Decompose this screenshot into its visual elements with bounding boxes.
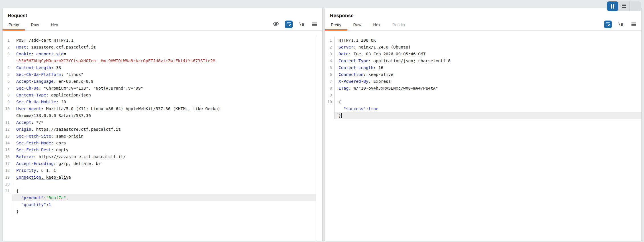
line-number	[3, 57, 12, 64]
line-content: {	[335, 98, 641, 105]
code-line: 9Sec-Ch-Ua-Mobile: ?0	[3, 98, 322, 105]
request-editor[interactable]: 1POST /add-cart HTTP/1.12Host: zazastore…	[3, 35, 322, 241]
code-line: 1HTTP/1.1 200 OK	[325, 37, 641, 44]
line-content: Connection: keep-alive	[335, 71, 641, 78]
response-editor[interactable]: 1HTTP/1.1 200 OK2Server: nginx/1.24.0 (U…	[325, 35, 641, 241]
code-line: 9	[325, 92, 641, 98]
editor-menu[interactable]	[630, 21, 637, 28]
code-line: 8ETag: W/"10-oV4hJxRVSENxc/wX8+mA4/Pe4tA…	[325, 85, 641, 92]
newline-glyph: \n	[299, 22, 304, 27]
code-line: 16Referer: https://zazastore.ctf.pascalc…	[3, 153, 322, 160]
line-number: 3	[325, 51, 335, 57]
code-line: 11Accept: */*	[3, 119, 322, 126]
rows-icon	[622, 5, 626, 8]
soft-wrap-toggle[interactable]	[604, 21, 612, 28]
code-line: 8Content-Type: application/json	[3, 92, 322, 98]
code-line: 1POST /add-cart HTTP/1.1	[3, 37, 322, 44]
code-line: 20	[3, 181, 322, 187]
code-line: 5Sec-Ch-Ua-Platform: "Linux"	[3, 71, 322, 78]
line-content	[335, 92, 641, 98]
text-caret	[341, 113, 342, 118]
line-number: 1	[3, 37, 12, 44]
line-content: Accept-Encoding: gzip, deflate, br	[12, 160, 316, 167]
response-title: Response	[325, 8, 641, 19]
request-tab-pretty[interactable]: Pretty	[3, 19, 25, 30]
columns-icon	[611, 4, 614, 9]
line-number	[325, 105, 335, 112]
line-number	[3, 201, 12, 208]
line-content: Host: zazastore.ctf.pascalctf.it	[12, 44, 316, 51]
code-line: "success":true	[325, 105, 641, 112]
line-content: Origin: https://zazastore.ctf.pascalctf.…	[12, 126, 316, 133]
code-line: 17Accept-Encoding: gzip, deflate, br	[3, 160, 322, 167]
layout-switcher	[607, 1, 641, 11]
request-tab-hex[interactable]: Hex	[45, 19, 64, 30]
line-number: 7	[3, 85, 12, 92]
response-panel: Response PrettyRawHexRender \n 1HTTP/1.1…	[325, 8, 642, 241]
line-number: 17	[3, 160, 12, 167]
line-content: "product":"RealZa",	[12, 194, 316, 201]
code-line: 7Sec-Ch-Ua: "Chromium";v="133", "Not(A:B…	[3, 85, 322, 92]
line-content: Connection: keep-alive	[12, 174, 316, 181]
code-line: 3Date: Tue, 03 Feb 2026 09:05:46 GMT	[325, 51, 641, 57]
line-number: 5	[325, 64, 335, 71]
line-number: 2	[3, 44, 12, 51]
response-tab-hex[interactable]: Hex	[367, 19, 386, 30]
code-line: 3Cookie: connect.sid=	[3, 51, 322, 57]
line-number: 19	[3, 174, 12, 181]
code-line: 6Connection: keep-alive	[325, 71, 641, 78]
request-panel: Request PrettyRawHex \n 1POST /add-cart …	[2, 8, 323, 241]
single-view-button[interactable]	[630, 1, 641, 11]
line-content: }	[12, 208, 316, 215]
code-line: 7X-Powered-By: Express	[325, 78, 641, 85]
wrap-icon	[286, 21, 291, 27]
code-line: 19Connection: keep-alive	[3, 174, 322, 181]
line-content: Content-Type: application/json; charset=…	[335, 57, 641, 64]
line-content: Date: Tue, 03 Feb 2026 09:05:46 GMT	[335, 51, 641, 57]
menu-icon	[631, 23, 636, 26]
split-columns-button[interactable]	[607, 1, 618, 11]
line-content: Cookie: connect.sid=	[12, 51, 316, 57]
line-content: }	[335, 112, 641, 119]
line-number: 11	[3, 119, 12, 126]
line-content: s%3A5HZAUqCyMOcuzmXC3YCfsuXHOIen-_Hm.9HW…	[12, 57, 316, 64]
line-number: 2	[325, 44, 335, 51]
line-number: 21	[3, 187, 12, 194]
line-number: 6	[3, 78, 12, 85]
line-content: "quantity":1	[12, 201, 316, 208]
response-tab-render[interactable]: Render	[386, 19, 411, 30]
soft-wrap-toggle[interactable]	[285, 21, 293, 28]
line-number: 9	[3, 98, 12, 105]
split-rows-button[interactable]	[618, 1, 630, 11]
line-content: HTTP/1.1 200 OK	[335, 37, 641, 44]
code-line: "product":"RealZa",	[3, 194, 322, 201]
code-line: 14Sec-Fetch-Mode: cors	[3, 140, 322, 146]
code-line: 18Priority: u=1, i	[3, 167, 322, 174]
code-line: }	[3, 208, 322, 215]
response-tab-pretty[interactable]: Pretty	[325, 19, 347, 30]
line-number: 13	[3, 133, 12, 140]
request-tab-raw[interactable]: Raw	[25, 19, 45, 30]
line-number: 18	[3, 167, 12, 174]
hide-characters-toggle[interactable]	[272, 21, 280, 28]
response-tab-raw[interactable]: Raw	[347, 19, 367, 30]
code-line: 2Host: zazastore.ctf.pascalctf.it	[3, 44, 322, 51]
line-content: Sec-Ch-Ua: "Chromium";v="133", "Not(A:Br…	[12, 85, 316, 92]
code-line: 4Content-Length: 33	[3, 64, 322, 71]
line-content: Chrome/133.0.0.0 Safari/537.36	[12, 112, 316, 119]
line-number: 14	[3, 140, 12, 146]
nonprintable-toggle[interactable]: \n	[298, 21, 305, 28]
line-content: User-Agent: Mozilla/5.0 (X11; Linux x86_…	[12, 105, 316, 112]
line-number: 5	[3, 71, 12, 78]
code-line: 12Origin: https://zazastore.ctf.pascalct…	[3, 126, 322, 133]
editor-menu[interactable]	[311, 21, 318, 28]
wrap-icon	[606, 21, 610, 27]
line-content: Content-Length: 33	[12, 64, 316, 71]
line-content: Sec-Fetch-Dest: empty	[12, 146, 316, 153]
line-content: Sec-Ch-Ua-Mobile: ?0	[12, 98, 316, 105]
request-title: Request	[3, 8, 322, 19]
code-line: 2Server: nginx/1.24.0 (Ubuntu)	[325, 44, 641, 51]
response-toolbar: \n	[604, 21, 637, 30]
nonprintable-toggle[interactable]: \n	[617, 21, 625, 28]
eye-slash-icon	[273, 21, 279, 28]
